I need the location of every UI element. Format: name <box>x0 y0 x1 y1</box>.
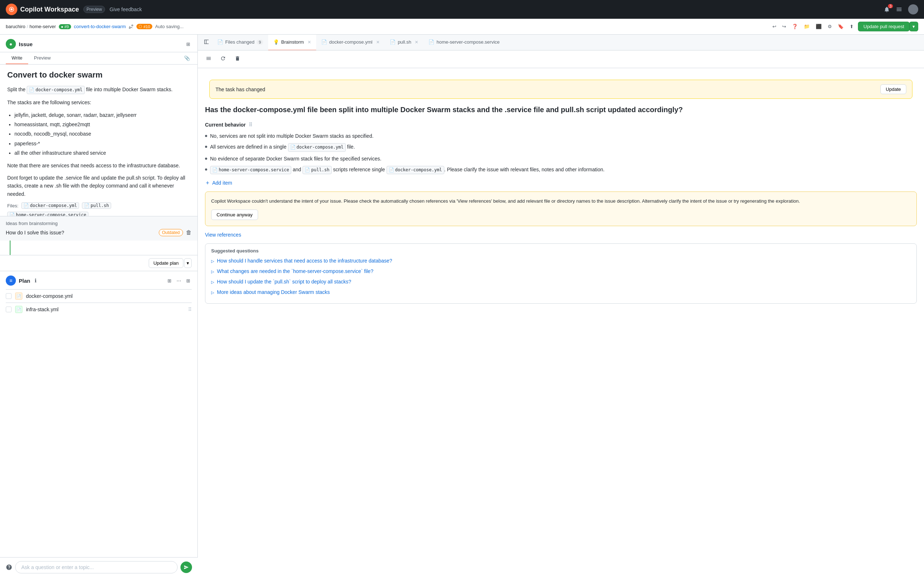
plan-expand-button[interactable]: ⊞ <box>185 277 192 285</box>
share-button[interactable]: ⬆ <box>848 23 855 31</box>
secondary-navigation: baruchiro / home-server ● #9 convert-to-… <box>0 19 924 35</box>
code-home-server: 📄 home-server-compose.service <box>210 166 291 174</box>
tab-docker-compose[interactable]: 📄 docker-compose.yml ✕ <box>316 35 385 50</box>
bullet-dot <box>205 146 207 148</box>
toolbar-menu-button[interactable] <box>204 54 214 64</box>
issue-title: Convert to docker swarm <box>7 70 190 80</box>
plan-more-button[interactable]: ⋯ <box>175 277 183 285</box>
branch-link[interactable]: convert-to-docker-swarm <box>74 24 126 29</box>
settings-button[interactable]: ⚙ <box>826 23 834 31</box>
continue-anyway-button[interactable]: Continue anyway <box>211 210 258 220</box>
plan-checkbox-1[interactable] <box>6 293 11 299</box>
suggested-item-1[interactable]: ▷ How should I handle services that need… <box>211 257 911 265</box>
suggested-title: Suggested questions <box>211 248 911 253</box>
bookmark-button[interactable]: 🔖 <box>836 23 845 31</box>
toolbar-refresh-button[interactable] <box>218 54 228 64</box>
pull-tab-icon: 📄 <box>390 39 396 45</box>
svg-point-2 <box>129 27 131 29</box>
sidebar-toggle-button[interactable] <box>201 37 212 48</box>
bullet-dot <box>205 168 207 171</box>
stacks-list: jellyfin, jackett, deluge, sonarr, radar… <box>15 111 190 157</box>
ask-send-button[interactable] <box>181 561 192 573</box>
file-tree-button[interactable]: 📁 <box>802 23 811 31</box>
update-plan-dropdown-btn[interactable]: ▾ <box>184 258 192 268</box>
issue-badge: ● #9 <box>59 24 71 29</box>
delete-idea-button[interactable]: 🗑 <box>186 229 192 236</box>
current-behavior-list: No, services are not split into multiple… <box>205 132 917 174</box>
current-behavior-title: Current behavior ⠿ <box>205 122 917 128</box>
app-logo <box>6 3 17 15</box>
section-drag-handle: ⠿ <box>249 122 252 128</box>
bullet-item-2: All services are defined in a single 📄 d… <box>205 143 917 152</box>
bullet-item-4: 📄 home-server-compose.service and 📄 pull… <box>205 166 917 174</box>
app-title: Copilot Workspace <box>20 6 79 13</box>
send-icon <box>184 565 189 570</box>
ask-input[interactable] <box>15 561 178 574</box>
top-nav-actions: 3 <box>884 4 918 15</box>
suggested-item-3[interactable]: ▷ How should I update the `pull.sh` scri… <box>211 278 911 285</box>
bullet-item-1: No, services are not split into multiple… <box>205 132 917 140</box>
task-update-button[interactable]: Update <box>880 84 906 94</box>
issue-label: Issue <box>19 41 32 47</box>
docker-tab-close[interactable]: ✕ <box>376 40 380 45</box>
file-ref-docker-compose: 📄 docker-compose.yml <box>27 86 84 94</box>
ask-bar <box>0 557 198 577</box>
tab-files-changed[interactable]: 📄 Files changed 9 <box>212 35 268 50</box>
main-layout: ● Issue ⊞ Write Preview 📎 Convert to doc… <box>0 35 924 577</box>
pull-tab-label: pull.sh <box>398 39 412 45</box>
preview-badge: Preview <box>83 6 105 13</box>
pr-icon <box>129 24 134 29</box>
plan-file-name-2: infra-stack.yml <box>26 306 184 312</box>
tabs-bar: 📄 Files changed 9 💡 Brainstorm ✕ 📄 docke… <box>198 35 924 50</box>
issue-body: Convert to docker swarm Split the 📄 dock… <box>0 64 197 216</box>
brainstorm-tab-label: Brainstorm <box>281 39 304 45</box>
add-item-label: Add item <box>212 180 232 186</box>
update-plan-wrap: Update plan ▾ <box>0 255 197 271</box>
update-pr-dropdown[interactable]: ▾ <box>909 22 918 31</box>
task-changed-banner: The task has changed Update <box>209 80 913 99</box>
tab-pull-sh[interactable]: 📄 pull.sh ✕ <box>385 35 424 50</box>
tab-write[interactable]: Write <box>6 52 28 64</box>
tab-home-server[interactable]: 📄 home-server-compose.service <box>423 35 505 50</box>
play-icon-4: ▷ <box>211 290 214 296</box>
hint-button[interactable]: ❓ <box>790 23 800 31</box>
tab-brainstorm[interactable]: 💡 Brainstorm ✕ <box>268 35 316 50</box>
issue-note: Note that there are services that needs … <box>7 161 190 169</box>
suggested-item-2[interactable]: ▷ What changes are needed in the `home-s… <box>211 268 911 275</box>
add-item-row[interactable]: Add item <box>205 180 917 186</box>
update-plan-button[interactable]: Update plan <box>149 258 183 268</box>
user-avatar[interactable] <box>908 4 918 15</box>
undo-button[interactable]: ↩ <box>771 23 778 31</box>
play-icon-3: ▷ <box>211 279 214 285</box>
list-item: jellyfin, jackett, deluge, sonarr, radar… <box>15 111 190 119</box>
tab-preview[interactable]: Preview <box>28 52 56 64</box>
docker-tab-icon: 📄 <box>321 39 327 45</box>
plan-info-button[interactable]: ℹ <box>33 276 38 285</box>
brainstorm-tab-close[interactable]: ✕ <box>307 40 311 45</box>
notifications[interactable]: 3 <box>884 6 890 13</box>
auto-saving-status: Auto saving... <box>155 24 184 29</box>
logo-area: Copilot Workspace <box>6 3 79 15</box>
suggested-item-4[interactable]: ▷ More ideas about managing Docker Swarm… <box>211 288 911 296</box>
menu-icon[interactable] <box>896 6 902 13</box>
terminal-button[interactable]: ⬛ <box>814 23 823 31</box>
list-item: all the other infrastructure shared serv… <box>15 149 190 157</box>
toolbar-delete-button[interactable] <box>233 54 242 64</box>
repo-path: baruchiro / home-server <box>6 24 56 29</box>
plan-header: ≡ Plan ℹ ⊞ ⋯ ⊞ <box>0 271 197 289</box>
plan-filter-button[interactable]: ⊞ <box>166 277 173 285</box>
plan-item-infra-stack: 📄 infra-stack.yml ⠿ <box>6 303 192 316</box>
view-references-link[interactable]: View references <box>205 232 241 238</box>
home-tab-label: home-server-compose.service <box>436 39 499 45</box>
suggested-questions-section: Suggested questions ▷ How should I handl… <box>205 243 917 304</box>
attach-button[interactable]: 📎 <box>183 54 192 62</box>
list-item: paperless-* <box>15 140 190 148</box>
redo-button[interactable]: ↪ <box>781 23 788 31</box>
connector-line <box>10 240 10 255</box>
feedback-link[interactable]: Give feedback <box>109 6 142 12</box>
issue-expand-button[interactable]: ⊞ <box>185 40 192 48</box>
pull-tab-close[interactable]: ✕ <box>415 40 418 45</box>
plan-checkbox-2[interactable] <box>6 306 11 312</box>
reponame: home-server <box>30 24 56 29</box>
update-pr-button[interactable]: Update pull request <box>858 22 909 31</box>
